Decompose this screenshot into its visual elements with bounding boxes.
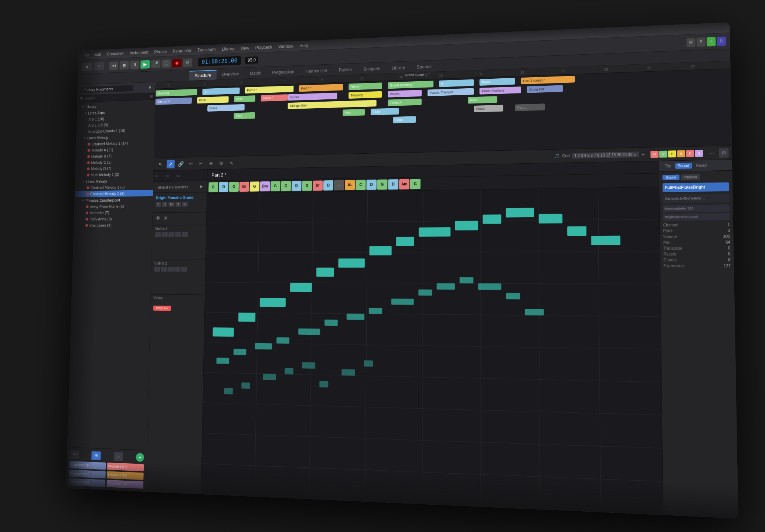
chord-Br2[interactable]: Br: [313, 180, 323, 191]
v1-btn4[interactable]: [175, 232, 181, 237]
segment-perc1[interactable]: Perc: [234, 95, 255, 102]
view-btn-1[interactable]: ☰: [69, 450, 79, 459]
sidebar-settings-icon[interactable]: ▼: [147, 85, 152, 90]
menu-item-parameter[interactable]: Parameter: [173, 48, 191, 54]
chord-Ab[interactable]: A♭: [345, 180, 355, 190]
rewind-button[interactable]: ⏮: [109, 61, 118, 70]
menu-item-edit[interactable]: Edit: [95, 52, 101, 57]
segment-piano[interactable]: Piano: [480, 78, 515, 86]
toolbar-extra-2[interactable]: S: [697, 37, 706, 47]
view-btn-2[interactable]: ⊞: [91, 451, 101, 460]
rsp-tab-result[interactable]: Result: [693, 163, 710, 168]
swatch-4[interactable]: Fragment (16): [107, 471, 144, 480]
segment-timpany[interactable]: Timpany: [348, 91, 382, 99]
pr-grid-btn[interactable]: 1 2 3 4 5 6 7 8 10 12 16 20 24 32 ∞: [572, 151, 639, 158]
chord-G5[interactable]: G: [281, 181, 291, 191]
pr-eraser-tool[interactable]: ✂: [197, 159, 205, 167]
chord-G3[interactable]: G: [250, 181, 260, 191]
segment-part3[interactable]: Part 3 °: [299, 84, 343, 92]
segment-voices1[interactable]: Voices: [288, 93, 337, 101]
loop-button[interactable]: ⟳: [183, 58, 193, 67]
pr-R-btn[interactable]: R: [677, 150, 685, 157]
segment-perc3[interactable]: Perc: [234, 112, 255, 119]
pr-cursor-tool[interactable]: ↖: [157, 160, 165, 168]
chord-G1[interactable]: G: [208, 182, 218, 192]
v1-btn1[interactable]: [155, 232, 161, 237]
segment-horns[interactable]: Horns °: [261, 94, 288, 102]
chord-D3[interactable]: D: [323, 180, 333, 190]
record-button[interactable]: 🎤: [151, 59, 160, 68]
segment-voices2[interactable]: Voices: [388, 90, 422, 98]
segment-brass[interactable]: Brass: [207, 104, 245, 112]
swatch-1[interactable]: Fragment (16): [69, 461, 106, 470]
menu-item-phrase[interactable]: Phrase: [154, 49, 167, 54]
headphones-button[interactable]: 🎧: [162, 59, 171, 68]
chord-C[interactable]: C: [356, 180, 366, 190]
segment-perc4[interactable]: Perc: [343, 109, 365, 116]
toolbar-extra-4[interactable]: B: [717, 36, 726, 46]
preset-selector[interactable]: [81, 85, 133, 93]
chord-Am[interactable]: Am: [399, 179, 409, 189]
segment-opening[interactable]: Opening: [156, 89, 197, 97]
menu-item-transform[interactable]: Transform: [197, 47, 216, 52]
menu-item-window[interactable]: Window: [278, 44, 293, 49]
v2-btn4[interactable]: [174, 267, 181, 272]
segment-part3-copy[interactable]: Part 3 (copy) °: [521, 76, 575, 84]
swatch-5[interactable]: Fragment (16): [69, 478, 105, 487]
segment-part2[interactable]: Part 2 °: [245, 86, 293, 94]
global-params-arrow[interactable]: ▶: [200, 184, 203, 189]
rsp-tab-sound[interactable]: Sound: [675, 163, 692, 169]
swatch-6[interactable]: Fragment (16): [106, 480, 143, 489]
segment-pause-trumpet[interactable]: Pause. Trumpet: [428, 88, 474, 96]
tab-snippets[interactable]: Snippets: [358, 63, 386, 74]
rsp-rescan-btn[interactable]: Rescan: [681, 174, 700, 180]
rsp-sound-btn[interactable]: Sound: [662, 175, 679, 180]
chord-D2[interactable]: D: [292, 181, 302, 191]
swatch-3[interactable]: Fragment (16): [69, 470, 106, 478]
pr-H-btn[interactable]: H: [650, 151, 659, 158]
pr-glue-tool[interactable]: ⊗: [217, 158, 226, 167]
tempo-display[interactable]: 95.0: [245, 56, 259, 64]
chord-G2[interactable]: G: [229, 182, 239, 192]
pr-pencil-tool[interactable]: ✏: [187, 159, 195, 168]
menu-item-instrument[interactable]: Instrument: [130, 50, 149, 55]
segment-strings-in[interactable]: Strings In: [155, 98, 192, 105]
segment-home[interactable]: Home °: [348, 82, 382, 90]
v2-btn3[interactable]: [167, 267, 174, 272]
menu-item-file[interactable]: File: [82, 52, 89, 58]
segment-b1[interactable]: B: [203, 88, 240, 95]
tree-item-staircases[interactable]: Staircases (3): [74, 222, 152, 229]
tab-sounds[interactable]: Sounds: [411, 61, 438, 72]
v2-btn2[interactable]: [161, 267, 167, 272]
segment-part-end[interactable]: Part…: [515, 103, 545, 111]
inst-btn-s[interactable]: S: [175, 202, 181, 207]
segment-flutes-a[interactable]: Flutes A: [388, 99, 422, 106]
tab-progression[interactable]: Progression: [266, 66, 300, 78]
segment-strings-far[interactable]: String Far: [527, 85, 563, 93]
chord-Br1[interactable]: Br: [239, 181, 249, 191]
segment-flute3[interactable]: Flute: [393, 116, 416, 123]
chord-G8[interactable]: G: [410, 179, 421, 189]
inst-btn-t[interactable]: T: [156, 202, 161, 207]
segment-flute1[interactable]: Flute: [197, 96, 229, 103]
pr-E-btn[interactable]: E: [668, 150, 676, 157]
view-btn-3[interactable]: ▷: [113, 452, 123, 461]
segment-perc2[interactable]: Perc: [468, 96, 497, 103]
chord-D4[interactable]: D: [366, 180, 377, 190]
chord-G4[interactable]: G: [271, 181, 280, 191]
back-button[interactable]: ◀: [81, 62, 92, 71]
tree-item-polly-anna[interactable]: Polly Anna (3): [74, 215, 153, 222]
pr-link-tool[interactable]: 🔗: [177, 160, 185, 168]
segment-grand-opening[interactable]: Grand Opening °: [388, 81, 433, 89]
add-green-dot[interactable]: +: [136, 453, 144, 462]
chord-G6[interactable]: G: [302, 180, 312, 191]
filter-icon[interactable]: ⊞: [150, 94, 153, 98]
pr-settings-btn[interactable]: ⚙: [719, 148, 729, 158]
play-button[interactable]: ▶: [140, 60, 150, 68]
pr-plus-icon[interactable]: +: [641, 151, 645, 158]
visibility-eye-btn[interactable]: 👁: [155, 215, 161, 221]
record2-button[interactable]: ⏺: [172, 59, 182, 67]
tab-library[interactable]: Library: [386, 62, 411, 74]
menu-item-view[interactable]: View: [240, 45, 249, 51]
inst-btn-edit[interactable]: ✏: [181, 202, 188, 207]
